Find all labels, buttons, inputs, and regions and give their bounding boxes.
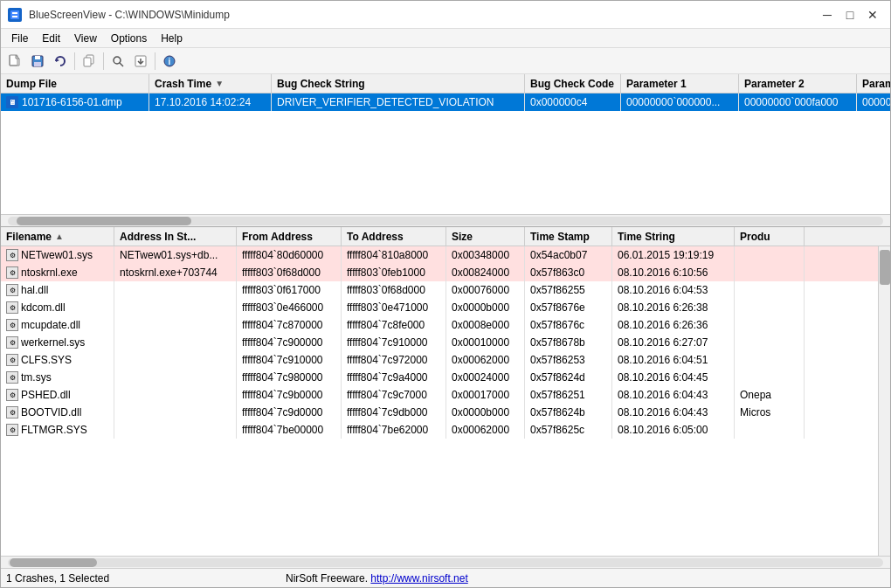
col-header-to-addr[interactable]: To Address: [342, 227, 446, 246]
lower-cell: [735, 264, 805, 281]
col-header-size[interactable]: Size: [446, 227, 525, 246]
col-header-param3[interactable]: Paramete: [857, 74, 890, 93]
lower-cell: fffff803`0f68d000: [342, 281, 446, 299]
col-header-time-string[interactable]: Time String: [612, 227, 735, 246]
lower-table-row[interactable]: ⚙kdcom.dllfffff803`0e466000fffff803`0e47…: [1, 299, 878, 316]
lower-hscroll-track[interactable]: [8, 558, 883, 567]
menu-edit[interactable]: Edit: [35, 31, 67, 46]
lower-cell: [735, 246, 805, 264]
close-button[interactable]: ✕: [862, 4, 883, 25]
toolbar-export[interactable]: [130, 51, 151, 72]
toolbar-save[interactable]: [27, 51, 48, 72]
lower-vscroll-thumb[interactable]: [880, 250, 890, 285]
menu-view[interactable]: View: [67, 31, 104, 46]
cell-bug-code: 0x000000c4: [525, 93, 621, 111]
lower-cell: NETwew01.sys+db...: [114, 246, 237, 264]
svg-rect-9: [84, 58, 91, 66]
driver-file-icon: ⚙: [6, 354, 18, 366]
lower-table-row[interactable]: ⚙BOOTVID.dllfffff804`7c9d0000fffff804`7c…: [1, 404, 878, 421]
lower-table-row[interactable]: ⚙tm.sysfffff804`7c980000fffff804`7c9a400…: [1, 369, 878, 386]
lower-horizontal-scrollbar[interactable]: [1, 556, 890, 568]
lower-cell: 0x54ac0b07: [525, 246, 612, 264]
lower-cell: ⚙PSHED.dll: [1, 386, 114, 404]
lower-cell: fffff803`0e471000: [342, 299, 446, 316]
lower-table-row[interactable]: ⚙FLTMGR.SYSfffff804`7be00000fffff804`7be…: [1, 421, 878, 439]
lower-cell: fffff803`0feb1000: [342, 264, 446, 281]
lower-table-body[interactable]: ⚙NETwew01.sysNETwew01.sys+db...fffff804`…: [1, 246, 878, 556]
toolbar-info[interactable]: i: [159, 51, 180, 72]
col-header-param2[interactable]: Parameter 2: [739, 74, 857, 93]
toolbar-new[interactable]: [4, 51, 25, 72]
lower-cell: 0x57f8625c: [525, 421, 612, 439]
lower-cell: 0x57f863c0: [525, 264, 612, 281]
lower-cell: [114, 351, 237, 369]
lower-cell: [735, 281, 805, 299]
lower-cell: ⚙mcupdate.dll: [1, 316, 114, 334]
lower-cell: 0x00017000: [446, 386, 525, 404]
col-header-from-addr[interactable]: From Address: [237, 227, 342, 246]
menu-file[interactable]: File: [4, 31, 35, 46]
lower-cell: 08.10.2016 6:04:43: [612, 404, 735, 421]
col-header-bug-string[interactable]: Bug Check String: [272, 74, 525, 93]
table-row[interactable]: 🖥 101716-6156-01.dmp 17.10.2016 14:02:24…: [1, 93, 890, 111]
lower-cell: 08.10.2016 6:05:00: [612, 421, 735, 439]
col-header-addr-in-st[interactable]: Address In St...: [114, 227, 237, 246]
col-header-product[interactable]: Produ: [735, 227, 805, 246]
menu-help[interactable]: Help: [154, 31, 190, 46]
lower-cell: [735, 316, 805, 334]
col-header-timestamp[interactable]: Time Stamp: [525, 227, 612, 246]
upper-hscroll-thumb[interactable]: [17, 217, 191, 225]
toolbar-refresh[interactable]: [50, 51, 71, 72]
lower-cell: 08.10.2016 6:04:43: [612, 386, 735, 404]
menu-options[interactable]: Options: [104, 31, 154, 46]
upper-hscroll-track[interactable]: [8, 217, 883, 225]
toolbar-search[interactable]: [107, 51, 128, 72]
col-header-param1[interactable]: Parameter 1: [621, 74, 739, 93]
col-header-dump-file[interactable]: Dump File: [1, 74, 149, 93]
lower-cell: 0x00348000: [446, 246, 525, 264]
lower-cell: [735, 369, 805, 386]
main-content: Dump File Crash Time ▼ Bug Check String …: [1, 74, 890, 568]
lower-cell: fffff804`7c900000: [237, 334, 342, 351]
col-header-bug-code[interactable]: Bug Check Code: [525, 74, 621, 93]
driver-file-icon: ⚙: [6, 406, 18, 419]
lower-cell: [114, 421, 237, 439]
lower-table-row[interactable]: ⚙NETwew01.sysNETwew01.sys+db...fffff804`…: [1, 246, 878, 264]
lower-vertical-scrollbar[interactable]: [878, 246, 890, 556]
toolbar-copy[interactable]: [79, 51, 100, 72]
lower-cell: fffff804`7c9b0000: [237, 386, 342, 404]
col-header-crash-time[interactable]: Crash Time ▼: [149, 74, 272, 93]
upper-table-body[interactable]: 🖥 101716-6156-01.dmp 17.10.2016 14:02:24…: [1, 93, 890, 111]
svg-point-10: [114, 57, 121, 64]
lower-table-row[interactable]: ⚙CLFS.SYSfffff804`7c910000fffff804`7c972…: [1, 351, 878, 369]
toolbar-separator-3: [155, 52, 155, 70]
lower-cell: 0x00062000: [446, 351, 525, 369]
lower-hscroll-thumb[interactable]: [10, 558, 97, 567]
svg-text:i: i: [169, 57, 171, 66]
lower-table-row[interactable]: ⚙werkernel.sysfffff804`7c900000fffff804`…: [1, 334, 878, 351]
lower-cell: fffff803`0f617000: [237, 281, 342, 299]
minimize-button[interactable]: ─: [817, 4, 838, 25]
titlebar-buttons: ─ □ ✕: [817, 4, 883, 25]
lower-cell: fffff804`7c9c7000: [342, 386, 446, 404]
lower-cell: 0x00062000: [446, 421, 525, 439]
lower-cell: fffff804`7c9a4000: [342, 369, 446, 386]
svg-rect-6: [34, 62, 41, 66]
cell-param1: 00000000`000000...: [621, 93, 739, 111]
lower-table-row[interactable]: ⚙ntoskrnl.exentoskrnl.exe+703744fffff803…: [1, 264, 878, 281]
svg-rect-5: [35, 56, 40, 59]
lower-cell: 0x57f8676e: [525, 299, 612, 316]
status-nirsoft-link[interactable]: http://www.nirsoft.net: [370, 572, 467, 585]
lower-table-row[interactable]: ⚙PSHED.dllfffff804`7c9b0000fffff804`7c9c…: [1, 386, 878, 404]
upper-horizontal-scrollbar[interactable]: [1, 214, 890, 226]
lower-table-row[interactable]: ⚙hal.dllfffff803`0f617000fffff803`0f68d0…: [1, 281, 878, 299]
lower-cell: 0x57f86255: [525, 281, 612, 299]
lower-cell: 0x00076000: [446, 281, 525, 299]
col-header-filename[interactable]: Filename ▲: [1, 227, 114, 246]
cell-bug-string: DRIVER_VERIFIER_DETECTED_VIOLATION: [272, 93, 525, 111]
lower-table-row[interactable]: ⚙mcupdate.dllfffff804`7c870000fffff804`7…: [1, 316, 878, 334]
sort-icon-filename: ▲: [55, 232, 64, 241]
driver-file-icon: ⚙: [6, 284, 18, 296]
lower-cell: 0x0000b000: [446, 299, 525, 316]
maximize-button[interactable]: □: [839, 4, 860, 25]
